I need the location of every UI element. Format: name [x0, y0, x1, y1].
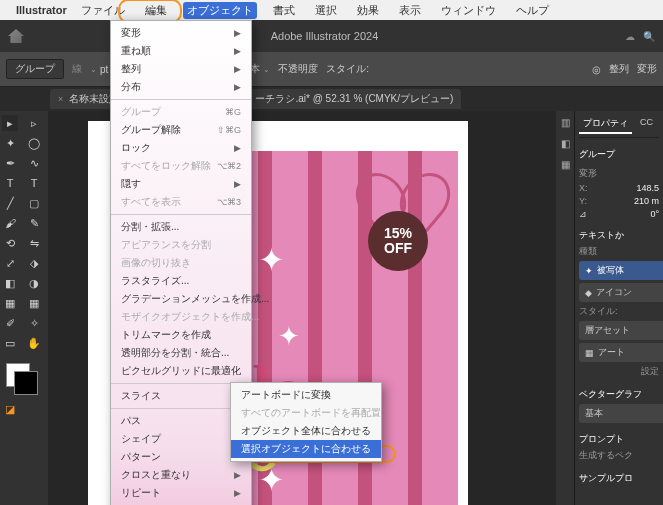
mesh-tool-icon[interactable]: ▦ — [26, 295, 42, 311]
eraser-tool-icon[interactable]: ◧ — [2, 275, 18, 291]
x-label: X: — [579, 183, 588, 193]
style-label[interactable]: スタイル: — [326, 62, 369, 76]
menu-item[interactable]: グループ解除⇧⌘G — [111, 121, 251, 139]
basic-button[interactable]: 基本 — [579, 404, 663, 423]
app-toolbar: Adobe Illustrator 2024 ☁ 🔍 — [0, 20, 663, 52]
cloud-icon[interactable]: ☁ — [625, 31, 635, 42]
angle-icon: ⊿ — [579, 209, 587, 219]
menu-item[interactable]: グラデーションメッシュを作成... — [111, 290, 251, 308]
menu-effect[interactable]: 効果 — [353, 2, 383, 19]
menu-item: 画像の切り抜き — [111, 254, 251, 272]
subject-icon: ✦ — [585, 266, 593, 276]
x-value[interactable]: 148.5 — [636, 183, 659, 193]
stroke-weight[interactable]: ⌄pt — [90, 64, 108, 75]
selection-type[interactable]: グループ — [6, 59, 64, 79]
transform-label[interactable]: 変形 — [637, 62, 657, 76]
shape-builder-icon[interactable]: ◑ — [26, 275, 42, 291]
gradient-tool-icon[interactable]: ▦ — [2, 295, 18, 311]
submenu-item[interactable]: オブジェクト全体に合わせる — [231, 422, 381, 440]
symbol-spray-icon[interactable]: ✧ — [26, 315, 42, 331]
scale-tool-icon[interactable]: ⤢ — [2, 255, 18, 271]
magic-wand-icon[interactable]: ✦ — [2, 135, 18, 151]
lasso-tool-icon[interactable]: ◯ — [26, 135, 42, 151]
align-label[interactable]: 整列 — [609, 62, 629, 76]
tool-panel-left-2: ▹ ◯ ∿ T ▢ ✎ ⇋ ⬗ ◑ ▦ ✧ ✋ — [24, 111, 48, 505]
menu-item: グループ⌘G — [111, 103, 251, 121]
submenu-item[interactable]: アートボードに変換 — [231, 386, 381, 404]
artboard-tool-icon[interactable]: ▭ — [2, 335, 18, 351]
menu-window[interactable]: ウィンドウ — [437, 2, 500, 19]
selection-tool-icon[interactable]: ▸ — [2, 115, 18, 131]
direct-select-icon[interactable]: ▹ — [26, 115, 42, 131]
submenu-item[interactable]: 選択オブジェクトに合わせる — [231, 440, 381, 458]
line-tool-icon[interactable]: ╱ — [2, 195, 18, 211]
text-to-vector-header: テキストか — [579, 229, 659, 242]
properties-panel: プロパティ CC グループ 変形 X:148.5 Y:210 m ⊿0° テキス… — [574, 111, 663, 505]
artboard-submenu[interactable]: アートボードに変換すべてのアートボードを再配置オブジェクト全体に合わせる選択オブ… — [230, 382, 382, 462]
menu-item[interactable]: 変形▶ — [111, 24, 251, 42]
menu-item[interactable]: 隠す▶ — [111, 175, 251, 193]
rect-tool-icon[interactable]: ▢ — [26, 195, 42, 211]
menu-select[interactable]: 選択 — [311, 2, 341, 19]
menu-item[interactable]: リピート▶ — [111, 484, 251, 502]
type-tool-icon[interactable]: T — [2, 175, 18, 191]
touch-type-icon[interactable]: T — [26, 175, 42, 191]
subject-button[interactable]: ✦被写体 — [579, 261, 663, 280]
libraries-icon[interactable]: ▥ — [561, 117, 570, 128]
stroke-label: 線 — [72, 62, 82, 76]
width-tool-icon[interactable]: ⬗ — [26, 255, 42, 271]
pen-tool-icon[interactable]: ✒ — [2, 155, 18, 171]
menu-item[interactable]: 整列▶ — [111, 60, 251, 78]
menu-item[interactable]: 分布▶ — [111, 78, 251, 96]
menu-item[interactable]: クロスと重なり▶ — [111, 466, 251, 484]
rotate-tool-icon[interactable]: ⟲ — [2, 235, 18, 251]
control-bar: グループ 線 ⌄pt 均等⌄ 基本⌄ 不透明度 スタイル: ◎ 整列 変形 — [0, 52, 663, 87]
icon-button[interactable]: ◆アイコン — [579, 283, 663, 302]
menu-item: すべてを表示⌥⌘3 — [111, 193, 251, 211]
menu-item[interactable]: ラスタライズ... — [111, 272, 251, 290]
eyedropper-icon[interactable]: ✐ — [2, 315, 18, 331]
properties-tab[interactable]: プロパティ — [579, 115, 632, 134]
swatches-icon[interactable]: ▦ — [561, 159, 570, 170]
color-icon[interactable]: ◧ — [561, 138, 570, 149]
menu-item[interactable]: 重ね順▶ — [111, 42, 251, 60]
menu-help[interactable]: ヘルプ — [512, 2, 553, 19]
menu-item[interactable]: ロック▶ — [111, 139, 251, 157]
discount-badge: 15%OFF — [368, 211, 428, 271]
menu-item[interactable]: ピクセルグリッドに最適化 — [111, 362, 251, 380]
style-label-r: スタイル: — [579, 305, 659, 318]
menu-object[interactable]: オブジェクト — [183, 2, 257, 19]
menu-item: すべてをロック解除⌥⌘2 — [111, 157, 251, 175]
pencil-tool-icon[interactable]: ✎ — [26, 215, 42, 231]
layer-assets-button[interactable]: 層アセット — [579, 321, 663, 340]
angle-value[interactable]: 0° — [650, 209, 659, 219]
close-tab-icon[interactable]: × — [58, 94, 63, 104]
y-value[interactable]: 210 m — [634, 196, 659, 206]
vector-graphic-header: ベクターグラフ — [579, 388, 659, 401]
hand-tool-icon[interactable]: ✋ — [26, 335, 42, 351]
opacity-label[interactable]: 不透明度 — [278, 62, 318, 76]
fill-stroke-swatch[interactable] — [2, 359, 22, 397]
menu-type[interactable]: 書式 — [269, 2, 299, 19]
generate-label[interactable]: 生成するベク — [579, 449, 659, 462]
tool-panel-left: ▸ ✦ ✒ T ╱ 🖌 ⟲ ⤢ ◧ ▦ ✐ ▭ ◪ — [0, 111, 24, 505]
reflect-tool-icon[interactable]: ⇋ — [26, 235, 42, 251]
home-icon[interactable] — [8, 29, 24, 43]
art-icon: ▦ — [585, 348, 594, 358]
menu-item[interactable]: 透明部分を分割・統合... — [111, 344, 251, 362]
cc-libraries-tab[interactable]: CC — [636, 115, 657, 134]
art-button[interactable]: ▦アート — [579, 343, 663, 362]
draw-mode-icon[interactable]: ◪ — [2, 401, 18, 417]
menu-item[interactable]: 分割・拡張... — [111, 218, 251, 236]
curvature-tool-icon[interactable]: ∿ — [26, 155, 42, 171]
menu-item: モザイクオブジェクトを作成... — [111, 308, 251, 326]
settings-label[interactable]: 設定 — [579, 365, 659, 378]
menu-view[interactable]: 表示 — [395, 2, 425, 19]
search-icon[interactable]: 🔍 — [643, 31, 655, 42]
menu-item[interactable]: トリムマークを作成 — [111, 326, 251, 344]
app-name[interactable]: Illustrator — [16, 4, 67, 16]
doc-setup-icon[interactable]: ◎ — [592, 64, 601, 75]
submenu-item: すべてのアートボードを再配置 — [231, 404, 381, 422]
star-shape: ✦ — [278, 321, 300, 352]
brush-tool-icon[interactable]: 🖌 — [2, 215, 18, 231]
